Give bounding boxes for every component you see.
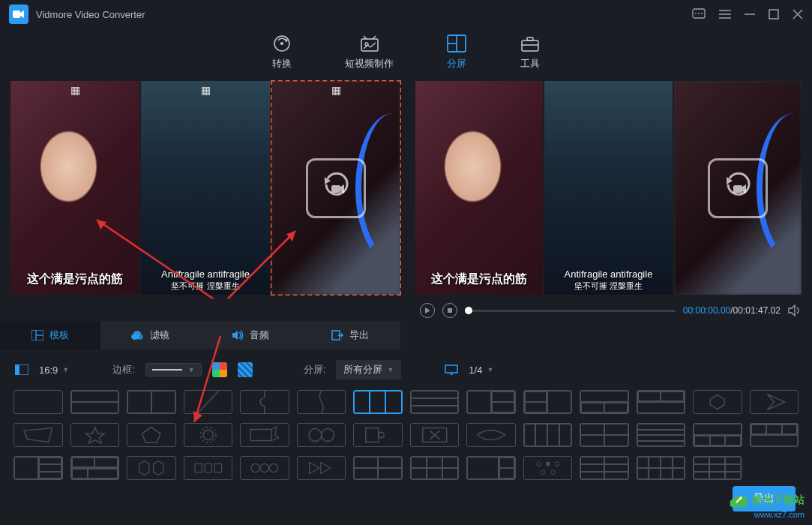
tab-export[interactable]: 导出 [301,321,401,350]
edit-cell-2[interactable]: ▦ Antifragile antifragile 坚不可摧 涅槃重生 [141,81,270,295]
svg-rect-38 [448,308,452,313]
svg-point-66 [379,432,385,438]
tpl-eye[interactable] [466,423,516,447]
preview-cell-3[interactable] [674,81,802,295]
tpl-puzzle2[interactable] [353,423,403,447]
tpl-3h[interactable] [410,390,460,414]
page-dropdown[interactable]: 1/4 ▼ [469,364,493,376]
minimize-icon[interactable] [745,9,755,20]
tpl-3x3[interactable] [693,456,742,480]
preview-cell-1[interactable]: 这个满是污点的筋 [415,81,543,295]
tpl-3circ[interactable] [240,456,289,480]
tab-template[interactable]: 模板 [0,321,100,350]
border-color-picker[interactable] [212,362,227,377]
tpl-pentagon[interactable] [127,423,176,447]
tpl-2x2b[interactable] [353,456,403,480]
svg-rect-74 [214,464,221,472]
tpl-trap[interactable] [13,423,63,447]
svg-marker-49 [341,333,343,338]
play-button[interactable] [420,303,435,318]
split-select[interactable]: 所有分屏 ▼ [336,360,401,380]
tpl-puzzle[interactable] [240,390,289,414]
preview-panel: 这个满是污点的筋 Antifragile antifragile 坚不可摧 涅槃… [415,81,802,295]
nav-split[interactable]: 分屏 [446,34,467,81]
svg-line-55 [197,391,218,413]
timeline[interactable] [465,310,676,312]
nav-label: 工具 [520,57,540,70]
tpl-2circles[interactable] [297,423,346,447]
tpl-4x2[interactable] [637,456,686,480]
tpl-hex[interactable] [693,390,742,414]
stop-button[interactable] [442,303,457,318]
tpl-3x2[interactable] [410,456,460,480]
volume-icon[interactable] [788,304,802,316]
edit-cell-1[interactable]: ▦ 这个满是污点的筋 [10,81,139,295]
workspace: ▦ 这个满是污点的筋 ▦ Antifragile antifragile 坚不可… [0,81,812,298]
nav-tools[interactable]: 工具 [520,34,541,81]
tab-label: 模板 [49,328,69,342]
tpl-1-4[interactable] [466,456,516,480]
tab-audio[interactable]: 音频 [200,321,301,350]
subtitle-2b: 坚不可摧 涅槃重生 [141,280,270,292]
tpl-1-3[interactable] [693,423,742,447]
tpl-L2[interactable] [523,390,573,414]
aspect-dropdown[interactable]: 16:9 ▼ [39,364,69,376]
edit-cell-3[interactable]: ▦ [271,81,400,295]
tpl-4h[interactable] [637,423,686,447]
replay-icon[interactable] [306,158,366,218]
tpl-3sq[interactable] [184,456,233,480]
svg-point-3 [698,13,700,14]
tpl-2h[interactable] [70,390,120,414]
menu-icon[interactable] [719,9,731,20]
replay-icon [708,158,768,218]
chevron-down-icon: ▼ [487,366,493,374]
tpl-2hex[interactable] [127,456,176,480]
tpl-ff[interactable] [297,456,346,480]
tpl-3v[interactable] [353,390,403,414]
preview-cell-2[interactable]: Antifragile antifragile 坚不可摧 涅槃重生 [544,81,672,295]
export-icon [331,330,343,340]
timeline-playhead[interactable] [465,307,472,314]
film-icon: ▦ [201,84,211,96]
tabs-row: 模板 滤镜 音频 导出 [0,321,400,350]
tpl-wave[interactable] [297,390,346,414]
tpl-1L-2R[interactable] [13,456,63,480]
tpl-T2[interactable] [637,390,686,414]
tpl-x[interactable] [410,423,460,447]
svg-rect-72 [194,464,201,472]
svg-point-4 [701,13,703,14]
tpl-gear[interactable] [184,423,233,447]
close-icon[interactable] [793,9,803,20]
titlebar: Vidmore Video Converter [0,0,812,28]
nav-convert[interactable]: 转换 [271,34,292,81]
tpl-diag[interactable] [184,390,233,414]
border-label: 边框: [112,363,135,376]
tpl-star-r[interactable] [750,390,799,414]
tpl-2x2[interactable] [580,423,629,447]
nav-short-video[interactable]: 短视频制作 [345,34,394,81]
tpl-T1[interactable] [580,390,629,414]
border-width-select[interactable]: ▼ [145,363,202,376]
svg-rect-22 [522,40,538,51]
tpl-single[interactable] [13,390,63,414]
tpl-burst[interactable] [240,423,289,447]
tpl-3-1[interactable] [750,423,799,447]
tab-filter[interactable]: 滤镜 [100,321,201,350]
chevron-down-icon: ▼ [387,366,394,374]
tpl-L1[interactable] [466,390,516,414]
app-title: Vidmore Video Converter [36,9,145,20]
options-row: 16:9 ▼ 边框: ▼ 分屏: 所有分屏 ▼ 1/4 ▼ [0,350,812,390]
feedback-icon[interactable] [692,8,706,20]
border-pattern-button[interactable] [238,362,253,377]
tpl-4v[interactable] [523,423,573,447]
svg-marker-46 [232,331,238,340]
tpl-2x3[interactable] [580,456,629,480]
tpl-star[interactable] [70,423,120,447]
nav-label: 转换 [272,57,292,70]
svg-point-60 [203,430,213,440]
maximize-icon[interactable] [769,9,779,20]
tpl-2v[interactable] [127,390,176,414]
tpl-grid-mix[interactable] [70,456,120,480]
tpl-dots[interactable] [523,456,573,480]
edit-panel: ▦ 这个满是污点的筋 ▦ Antifragile antifragile 坚不可… [10,81,400,295]
